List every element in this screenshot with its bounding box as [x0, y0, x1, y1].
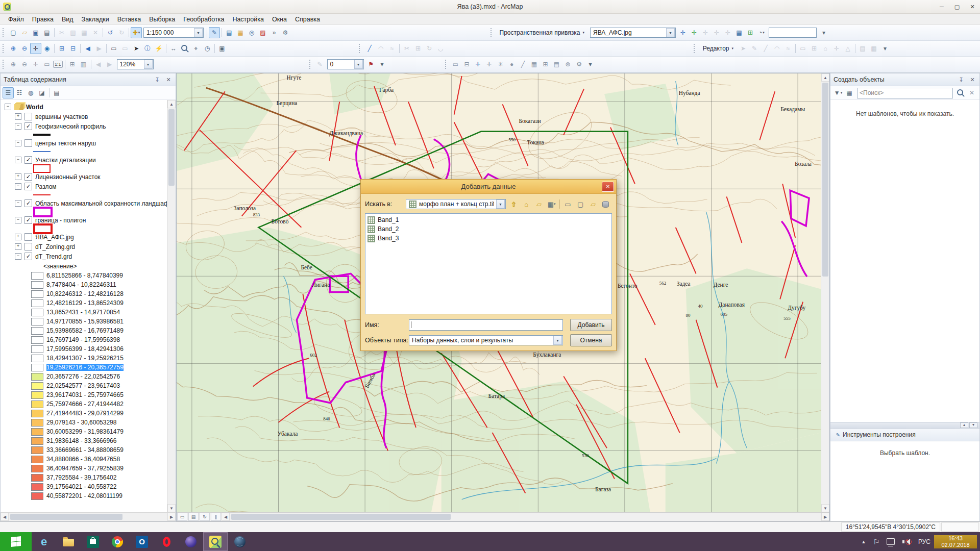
layout-pan-icon[interactable]: ✛	[30, 59, 41, 70]
raster-class-row[interactable]: 20,3657276 - 22,02542576	[1, 372, 167, 381]
georef-more-icon[interactable]: ▾	[818, 27, 829, 38]
select-topology-icon[interactable]: ⊟	[461, 59, 473, 70]
minimize-button[interactable]: ─	[934, 1, 949, 12]
layer-label[interactable]: Геофизический профиль	[35, 123, 106, 130]
auto-registration-icon[interactable]: ✛	[689, 27, 700, 38]
collapse-icon[interactable]: −	[15, 217, 21, 223]
layer-label[interactable]: Разлом	[35, 183, 57, 190]
map-scale-combo[interactable]: 1:150 000▼	[143, 28, 204, 38]
taskbar-internet-explorer-icon[interactable]: e	[32, 532, 56, 551]
template-search-input[interactable]: <Поиск>	[857, 88, 953, 98]
layout-toolbar-handle[interactable]	[3, 60, 6, 69]
list-by-selection-icon[interactable]: ◪	[36, 87, 47, 98]
raster-class-row[interactable]: 19,25926216 - 20,36572759	[1, 363, 167, 372]
layer-label[interactable]: Участки детализации	[35, 157, 96, 164]
class-label[interactable]: 33,36669661 - 34,88808659	[46, 446, 124, 454]
look-in-combo[interactable]: морфо план + кольц стр.tif ▼	[406, 199, 506, 209]
feature-cache-toolbar-handle[interactable]	[309, 60, 312, 69]
open-folder-icon[interactable]: ▱	[19, 27, 30, 38]
action-center-flag-icon[interactable]: ⚐	[873, 538, 879, 546]
class-label[interactable]: 40,55872201 - 42,08011199	[46, 492, 122, 499]
class-label[interactable]: 25,75974666 - 27,41944482	[46, 400, 124, 408]
layer-checkbox[interactable]: ✓	[24, 173, 32, 181]
raster-class-row[interactable]: 36,40947659 - 37,79255839	[1, 464, 167, 473]
raster-class-row[interactable]: 33,36669661 - 34,88808659	[1, 445, 167, 455]
pause-drawing-button[interactable]: ∥	[211, 513, 221, 521]
layout-view-button[interactable]: ▤	[188, 513, 199, 521]
open-link-file-icon[interactable]: ⊞	[745, 27, 756, 38]
view-link-table-icon[interactable]: ▦	[733, 27, 745, 38]
menu-Файл[interactable]: Файл	[4, 15, 28, 24]
rotate-tool-icon[interactable]: ◔▾	[756, 27, 767, 38]
toc-layer-row[interactable]: −центры тектон наруш	[1, 138, 167, 148]
expand-icon[interactable]: +	[15, 113, 21, 120]
toc-layer-row[interactable]: −✓Разлом	[1, 182, 167, 191]
raster-class-row[interactable]: 40,55872201 - 42,08011199	[1, 491, 167, 500]
table-of-contents-window-icon[interactable]: ▤	[224, 27, 235, 38]
georef-layer-combo[interactable]: ЯВА_АФС.jpg▼	[590, 28, 676, 38]
topology-more-icon[interactable]: ▾	[585, 59, 596, 70]
undo-icon[interactable]: ↺	[105, 27, 116, 38]
toc-layer-row[interactable]: −✓dT_Trend.grd	[1, 252, 167, 261]
split-polygons-icon[interactable]: ⊞	[540, 59, 551, 70]
layer-label[interactable]: dT_Zoning.grd	[35, 243, 75, 251]
scroll-down-icon[interactable]: ▼	[167, 504, 176, 512]
layer-label[interactable]: Лицензионный участок	[35, 173, 101, 181]
layer-checkbox[interactable]: ✓	[24, 216, 32, 224]
raster-class-row[interactable]: 8,7478404 - 10,82246311	[1, 280, 167, 289]
menu-Правка[interactable]: Правка	[28, 15, 58, 24]
trace-tool-icon[interactable]: ≈	[782, 43, 794, 54]
refresh-view-button[interactable]: ↻	[200, 513, 210, 521]
class-label[interactable]: 29,079143 - 30,60053298	[46, 419, 116, 426]
zoom-in-icon[interactable]: ⊕	[8, 43, 19, 54]
identify-icon[interactable]: ⓘ	[142, 43, 153, 54]
layout-full-page-icon[interactable]: ▭	[41, 59, 53, 70]
modify-edge-icon[interactable]: ✳	[495, 59, 506, 70]
toc-group-row[interactable]: −World	[1, 102, 167, 112]
planarize-lines-icon[interactable]: ╱	[518, 59, 529, 70]
network-icon[interactable]	[887, 538, 895, 545]
layer-label[interactable]: вершины участков	[35, 113, 88, 120]
arctoolbox-window-icon[interactable]: ▨	[257, 27, 268, 38]
database-icon[interactable]	[600, 198, 611, 210]
toc-layer-row[interactable]: −✓Геофизический профиль	[1, 121, 167, 131]
layer-checkbox[interactable]: ✓	[24, 253, 32, 260]
print-icon[interactable]: ▤	[41, 27, 53, 38]
menu-Закладки[interactable]: Закладки	[78, 15, 113, 24]
layer-label[interactable]: граница - полигон	[35, 217, 86, 224]
go-to-xy-icon[interactable]: ⌖	[190, 43, 202, 54]
layer-label[interactable]: ЯВА_АФС.jpg	[35, 234, 74, 241]
class-label[interactable]: 22,02542577 - 23,9617403	[46, 382, 120, 389]
class-label[interactable]: 34,8880866 - 36,40947658	[46, 456, 120, 463]
edit-vertices-icon[interactable]: ▭	[797, 43, 808, 54]
collapse-icon[interactable]: −	[5, 104, 11, 110]
back-extent-icon[interactable]: ◀	[82, 43, 93, 54]
class-label[interactable]: 10,82246312 - 12,48216128	[46, 290, 124, 297]
scroll-right-icon[interactable]: ▶	[821, 513, 829, 521]
arc-segment-icon[interactable]: ◠	[375, 43, 386, 54]
expand-section-icon[interactable]: ▴	[960, 422, 968, 428]
new-item-icon[interactable]: ▢	[575, 198, 586, 210]
time-slider-icon[interactable]: ◷	[202, 43, 213, 54]
scroll-up-icon[interactable]: ▲	[821, 73, 829, 82]
taskbar-outlook-icon[interactable]: O	[130, 532, 154, 551]
cache-scale-combo[interactable]: 0▼	[327, 59, 364, 69]
combo-arrow-icon[interactable]: ▼	[194, 28, 203, 37]
scrollbar-thumb[interactable]	[231, 514, 451, 520]
dialog-close-icon[interactable]: ✕	[602, 182, 614, 192]
taskbar-file-explorer-icon[interactable]	[56, 532, 81, 551]
toc-layer-row[interactable]: −✓Область максимальной сохранности ландш…	[1, 198, 167, 208]
zoom-out-icon[interactable]: ⊖	[19, 43, 30, 54]
collapse-icon[interactable]: −	[15, 183, 21, 190]
scrollbar-thumb[interactable]	[10, 514, 122, 520]
layer-checkbox[interactable]: ✓	[24, 122, 32, 130]
dataset-list[interactable]: Band_1Band_2Band_3	[365, 213, 612, 314]
editor-menu[interactable]: Редактор▾	[699, 42, 738, 55]
forward-extent-icon[interactable]: ▶	[93, 43, 105, 54]
home-folder-icon[interactable]: ⌂	[521, 198, 532, 210]
cut-polygons-icon[interactable]: ⌂	[820, 43, 831, 54]
class-label[interactable]: 19,25926216 - 20,36572759	[46, 364, 124, 371]
clear-selection-icon[interactable]: ▭	[119, 43, 131, 54]
map-vertical-scrollbar[interactable]: ▲ ▼	[821, 73, 829, 512]
viewer-window-icon[interactable]: ▣	[216, 43, 228, 54]
